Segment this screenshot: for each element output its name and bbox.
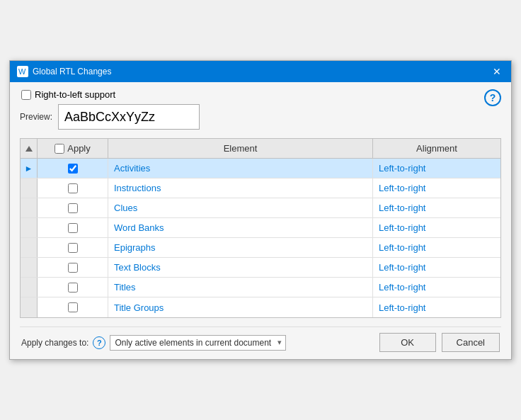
dialog-icon: W — [17, 66, 28, 77]
cancel-button[interactable]: Cancel — [442, 333, 500, 352]
table-body: ►ActivitiesLeft-to-rightInstructionsLeft… — [21, 159, 500, 317]
table-row[interactable]: CluesLeft-to-right — [21, 198, 500, 218]
sort-arrow-icon — [25, 146, 33, 152]
header-sort-col — [21, 139, 38, 158]
header-element: Element — [108, 139, 373, 158]
row-apply-checkbox[interactable] — [68, 164, 78, 174]
apply-cell — [38, 198, 108, 217]
apply-changes-select-wrapper: Only active elements in current document… — [110, 335, 286, 351]
row-arrow-cell — [21, 238, 38, 257]
apply-cell — [38, 278, 108, 297]
alignment-cell: Left-to-right — [373, 198, 500, 217]
apply-cell — [38, 218, 108, 237]
apply-cell — [38, 238, 108, 257]
table-row[interactable]: ►ActivitiesLeft-to-right — [21, 159, 500, 178]
alignment-cell: Left-to-right — [373, 278, 500, 297]
alignment-cell: Left-to-right — [373, 218, 500, 237]
apply-cell — [38, 178, 108, 198]
row-arrow-cell — [21, 258, 38, 277]
rtl-checkbox[interactable] — [21, 90, 31, 100]
preview-label: Preview: — [20, 112, 52, 122]
row-apply-checkbox[interactable] — [68, 263, 78, 273]
apply-cell — [38, 297, 108, 317]
rtl-label: Right-to-left support — [35, 89, 115, 100]
apply-changes-label: Apply changes to: — [21, 338, 88, 348]
table-header: Apply Element Alignment — [21, 139, 500, 159]
row-apply-checkbox[interactable] — [68, 302, 78, 312]
row-apply-checkbox[interactable] — [68, 183, 78, 193]
table-row[interactable]: Text BlocksLeft-to-right — [21, 258, 500, 278]
element-cell: Word Banks — [108, 218, 373, 237]
apply-cell — [38, 258, 108, 277]
alignment-cell: Left-to-right — [373, 159, 500, 178]
row-apply-checkbox[interactable] — [68, 203, 78, 213]
alignment-cell: Left-to-right — [373, 297, 500, 317]
header-alignment: Alignment — [373, 139, 500, 158]
element-cell: Text Blocks — [108, 258, 373, 277]
table-row[interactable]: Word BanksLeft-to-right — [21, 218, 500, 238]
alignment-cell: Left-to-right — [373, 258, 500, 277]
element-cell: Activities — [108, 159, 373, 178]
header-element-label: Element — [224, 143, 258, 154]
footer-left: Apply changes to: ? Only active elements… — [21, 335, 286, 351]
header-alignment-label: Alignment — [416, 143, 457, 154]
title-bar: W Global RTL Changes ✕ — [10, 61, 511, 82]
dialog-title: Global RTL Changes — [33, 67, 111, 76]
alignment-cell: Left-to-right — [373, 178, 500, 198]
title-bar-left: W Global RTL Changes — [17, 66, 111, 77]
apply-changes-select[interactable]: Only active elements in current document… — [110, 335, 286, 351]
row-apply-checkbox[interactable] — [68, 223, 78, 233]
row-arrow-icon: ► — [25, 164, 33, 174]
data-table: Apply Element Alignment ►ActivitiesLeft-… — [20, 138, 501, 318]
element-cell: Title Groups — [108, 297, 373, 317]
ok-button[interactable]: OK — [379, 333, 436, 352]
footer-help-button[interactable]: ? — [93, 336, 105, 349]
footer: Apply changes to: ? Only active elements… — [20, 327, 501, 355]
top-section: Right-to-left support Preview: AaBbCcXxY… — [20, 89, 501, 130]
alignment-cell: Left-to-right — [373, 238, 500, 257]
apply-cell — [38, 159, 108, 178]
apply-all-checkbox[interactable] — [55, 144, 64, 154]
rtl-checkbox-row: Right-to-left support — [21, 89, 200, 100]
row-arrow-cell — [21, 297, 38, 317]
table-row[interactable]: InstructionsLeft-to-right — [21, 178, 500, 198]
row-arrow-cell: ► — [21, 159, 38, 178]
preview-box: AaBbCcXxYyZz — [58, 104, 200, 130]
row-arrow-cell — [21, 218, 38, 237]
header-apply-label: Apply — [67, 143, 91, 154]
dialog: W Global RTL Changes ✕ Right-to-left sup… — [9, 60, 512, 360]
element-cell: Instructions — [108, 178, 373, 198]
top-left: Right-to-left support Preview: AaBbCcXxY… — [20, 89, 200, 130]
element-cell: Titles — [108, 278, 373, 297]
table-row[interactable]: TitlesLeft-to-right — [21, 278, 500, 297]
help-button[interactable]: ? — [484, 89, 501, 106]
svg-text:W: W — [18, 67, 26, 76]
preview-row: Preview: AaBbCcXxYyZz — [20, 104, 200, 130]
dialog-body: Right-to-left support Preview: AaBbCcXxY… — [10, 82, 511, 359]
table-row[interactable]: EpigraphsLeft-to-right — [21, 238, 500, 258]
row-apply-checkbox[interactable] — [68, 243, 78, 253]
footer-right: OK Cancel — [379, 333, 500, 352]
table-row[interactable]: Title GroupsLeft-to-right — [21, 297, 500, 317]
row-arrow-cell — [21, 198, 38, 217]
preview-text: AaBbCcXxYyZz — [64, 110, 155, 125]
close-button[interactable]: ✕ — [490, 64, 504, 79]
row-arrow-cell — [21, 278, 38, 297]
header-apply: Apply — [38, 139, 108, 158]
row-arrow-cell — [21, 178, 38, 198]
element-cell: Clues — [108, 198, 373, 217]
element-cell: Epigraphs — [108, 238, 373, 257]
row-apply-checkbox[interactable] — [68, 283, 78, 293]
